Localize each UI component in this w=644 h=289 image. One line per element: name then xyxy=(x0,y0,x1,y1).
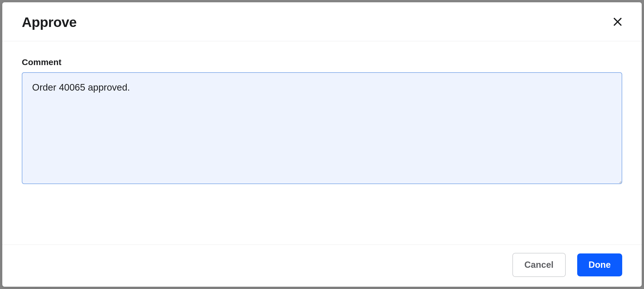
comment-label: Comment xyxy=(22,57,622,67)
close-icon xyxy=(612,16,623,28)
modal-footer: Cancel Done xyxy=(2,245,642,287)
approve-modal: Approve Comment Cancel Done xyxy=(2,2,642,287)
modal-body: Comment xyxy=(2,41,642,245)
modal-title: Approve xyxy=(22,14,77,30)
comment-textarea[interactable] xyxy=(22,72,622,184)
cancel-button[interactable]: Cancel xyxy=(512,253,566,277)
modal-header: Approve xyxy=(2,2,642,41)
done-button[interactable]: Done xyxy=(577,253,622,276)
close-button[interactable] xyxy=(610,14,626,31)
